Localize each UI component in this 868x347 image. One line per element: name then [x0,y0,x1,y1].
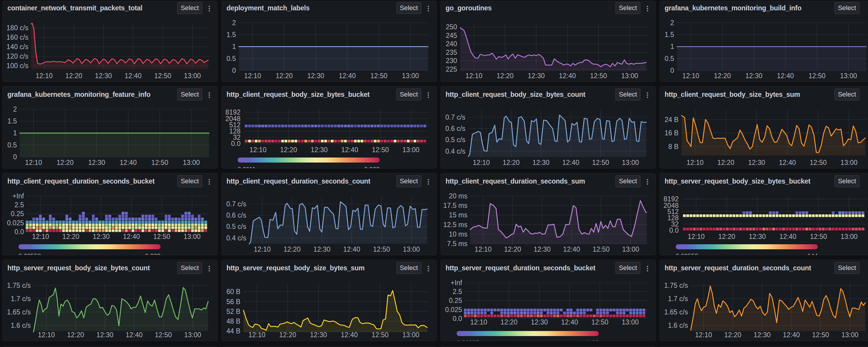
svg-text:0.7 c/s: 0.7 c/s [226,200,246,208]
svg-text:+Inf: +Inf [451,279,462,287]
svg-text:12:10: 12:10 [473,159,490,166]
svg-text:12:10: 12:10 [686,159,704,166]
svg-text:12.5 ms: 12.5 ms [443,221,467,228]
svg-text:1: 1 [670,43,674,50]
svg-text:13:00: 13:00 [841,331,859,339]
svg-text:12:50: 12:50 [808,72,826,80]
svg-text:100 c/s: 100 c/s [6,62,28,70]
svg-text:12:40: 12:40 [339,72,356,80]
svg-text:0.6 c/s: 0.6 c/s [226,211,246,219]
svg-text:12:10: 12:10 [244,72,261,80]
svg-text:12:40: 12:40 [341,146,359,154]
svg-text:0.5: 0.5 [226,55,236,62]
svg-text:0.0: 0.0 [669,226,679,234]
svg-text:12:20: 12:20 [724,331,742,339]
svg-text:1.5: 1.5 [7,117,17,125]
svg-text:12:50: 12:50 [373,246,390,253]
svg-text:13:00: 13:00 [621,72,638,80]
svg-text:13:00: 13:00 [840,233,858,241]
svg-text:12:10: 12:10 [250,146,267,154]
svg-text:0.0: 0.0 [231,140,241,148]
svg-text:12:10: 12:10 [38,331,55,339]
svg-text:12:50: 12:50 [812,331,829,339]
svg-text:13:00: 13:00 [840,159,858,166]
svg-text:12:50: 12:50 [153,233,170,241]
svg-text:+Inf: +Inf [12,192,24,200]
svg-text:0: 0 [232,67,236,74]
svg-text:0.00558: 0.00558 [676,252,699,255]
svg-text:12:50: 12:50 [590,72,607,80]
svg-text:1.65 c/s: 1.65 c/s [7,308,31,316]
svg-text:12:40: 12:40 [779,159,796,166]
svg-text:13:00: 13:00 [622,246,639,253]
svg-text:0.25: 0.25 [11,210,24,218]
svg-text:12:10: 12:10 [688,233,705,241]
svg-text:13:00: 13:00 [184,331,201,339]
svg-text:12:40: 12:40 [120,159,137,166]
svg-text:12:20: 12:20 [57,159,74,166]
svg-text:1.7 c/s: 1.7 c/s [668,295,688,303]
svg-text:12:30: 12:30 [313,246,331,253]
svg-text:0.999: 0.999 [364,165,380,168]
svg-text:1.5: 1.5 [226,31,236,38]
svg-text:12:40: 12:40 [125,72,142,80]
svg-text:12:10: 12:10 [25,159,42,166]
svg-text:0.025: 0.025 [7,219,24,227]
svg-text:12:50: 12:50 [151,159,168,166]
svg-text:13:00: 13:00 [840,72,857,80]
svg-text:0.0: 0.0 [453,315,462,322]
svg-text:12:40: 12:40 [126,331,143,339]
svg-text:0.00335: 0.00335 [457,339,479,341]
svg-text:2: 2 [670,19,674,27]
svg-text:250: 250 [446,23,457,31]
svg-text:12:20: 12:20 [62,233,80,241]
svg-text:12:40: 12:40 [559,72,576,80]
svg-text:2.5: 2.5 [14,201,24,209]
svg-text:12:30: 12:30 [533,159,550,166]
svg-text:60 B: 60 B [226,288,240,295]
svg-text:12:40: 12:40 [561,318,578,326]
svg-text:20 ms: 20 ms [449,192,467,200]
svg-text:13:00: 13:00 [402,146,420,154]
svg-text:8 B: 8 B [668,143,679,150]
svg-text:24 B: 24 B [664,116,679,123]
svg-text:13:00: 13:00 [402,72,419,80]
svg-text:12:50: 12:50 [154,72,172,80]
svg-text:1.6 c/s: 1.6 c/s [11,321,31,329]
svg-text:1: 1 [13,129,17,137]
svg-text:12:30: 12:30 [745,72,763,80]
svg-text:13:00: 13:00 [184,72,201,80]
svg-text:0.0: 0.0 [14,228,24,236]
svg-text:16 B: 16 B [664,129,679,137]
svg-text:12:30: 12:30 [307,72,324,80]
svg-text:0.0111: 0.0111 [238,165,256,168]
svg-text:1.65 c/s: 1.65 c/s [664,308,688,316]
svg-text:160 c/s: 160 c/s [6,33,28,41]
svg-text:56 B: 56 B [226,298,240,306]
svg-text:12:30: 12:30 [93,233,110,241]
svg-text:48 B: 48 B [226,317,240,325]
svg-text:12:50: 12:50 [155,331,172,339]
svg-text:1.7 c/s: 1.7 c/s [11,295,31,303]
svg-text:0.6 c/s: 0.6 c/s [445,125,465,132]
svg-text:12:20: 12:20 [503,159,520,166]
svg-text:2: 2 [13,105,17,113]
svg-text:1.75 c/s: 1.75 c/s [7,282,31,289]
svg-text:12:40: 12:40 [343,246,360,253]
svg-text:12:30: 12:30 [88,159,105,166]
svg-text:0.4 c/s: 0.4 c/s [445,148,465,155]
svg-text:2.5: 2.5 [453,288,462,295]
svg-text:12:30: 12:30 [531,318,548,326]
svg-text:12:20: 12:20 [714,72,731,80]
svg-text:7.5 ms: 7.5 ms [447,240,467,248]
svg-text:12:50: 12:50 [370,72,388,80]
svg-text:0.25: 0.25 [449,297,462,304]
svg-text:12:30: 12:30 [311,146,328,154]
svg-text:10 ms: 10 ms [449,230,467,238]
svg-text:225: 225 [446,65,457,73]
svg-text:12:40: 12:40 [123,233,140,241]
svg-text:13:00: 13:00 [183,159,200,166]
svg-text:0.025: 0.025 [445,306,462,314]
svg-text:12:10: 12:10 [470,318,487,326]
svg-text:1.6 c/s: 1.6 c/s [668,321,688,329]
